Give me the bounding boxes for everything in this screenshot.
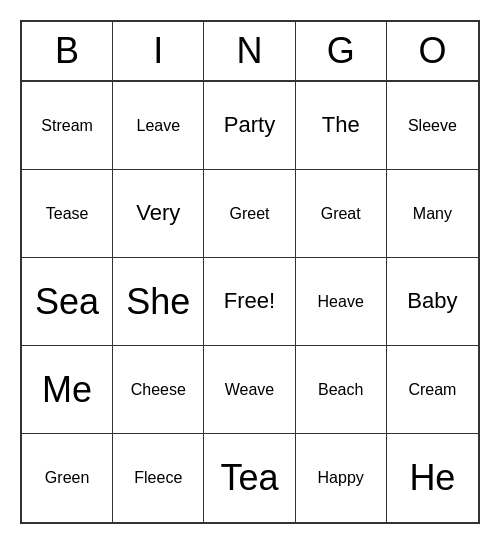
cell-text: Leave	[136, 116, 180, 135]
cell-text: Very	[136, 200, 180, 226]
bingo-cell: She	[113, 258, 204, 346]
header-letter-g: G	[296, 22, 387, 80]
bingo-cell: Free!	[204, 258, 295, 346]
bingo-cell: The	[296, 82, 387, 170]
cell-text: Stream	[41, 116, 93, 135]
bingo-cell: Green	[22, 434, 113, 522]
cell-text: He	[409, 456, 455, 499]
bingo-cell: Leave	[113, 82, 204, 170]
cell-text: Beach	[318, 380, 363, 399]
bingo-cell: Many	[387, 170, 478, 258]
bingo-cell: Tea	[204, 434, 295, 522]
bingo-cell: Stream	[22, 82, 113, 170]
header-letter-n: N	[204, 22, 295, 80]
cell-text: Cheese	[131, 380, 186, 399]
cell-text: Weave	[225, 380, 275, 399]
cell-text: She	[126, 280, 190, 323]
cell-text: Cream	[408, 380, 456, 399]
bingo-cell: Sea	[22, 258, 113, 346]
bingo-cell: Sleeve	[387, 82, 478, 170]
cell-text: Tease	[46, 204, 89, 223]
cell-text: The	[322, 112, 360, 138]
bingo-cell: Party	[204, 82, 295, 170]
header-letter-o: O	[387, 22, 478, 80]
bingo-cell: Me	[22, 346, 113, 434]
cell-text: Party	[224, 112, 275, 138]
cell-text: Sleeve	[408, 116, 457, 135]
bingo-cell: Baby	[387, 258, 478, 346]
cell-text: Baby	[407, 288, 457, 314]
bingo-cell: He	[387, 434, 478, 522]
cell-text: Sea	[35, 280, 99, 323]
header-letter-b: B	[22, 22, 113, 80]
bingo-header: BINGO	[22, 22, 478, 82]
cell-text: Happy	[318, 468, 364, 487]
bingo-cell: Weave	[204, 346, 295, 434]
bingo-cell: Great	[296, 170, 387, 258]
bingo-cell: Greet	[204, 170, 295, 258]
cell-text: Tea	[220, 456, 278, 499]
bingo-cell: Heave	[296, 258, 387, 346]
cell-text: Many	[413, 204, 452, 223]
cell-text: Green	[45, 468, 89, 487]
cell-text: Heave	[318, 292, 364, 311]
bingo-cell: Cheese	[113, 346, 204, 434]
cell-text: Fleece	[134, 468, 182, 487]
bingo-cell: Happy	[296, 434, 387, 522]
bingo-cell: Tease	[22, 170, 113, 258]
cell-text: Great	[321, 204, 361, 223]
bingo-cell: Beach	[296, 346, 387, 434]
bingo-cell: Cream	[387, 346, 478, 434]
bingo-grid: StreamLeavePartyTheSleeveTeaseVeryGreetG…	[22, 82, 478, 522]
cell-text: Free!	[224, 288, 275, 314]
bingo-cell: Very	[113, 170, 204, 258]
cell-text: Greet	[229, 204, 269, 223]
cell-text: Me	[42, 368, 92, 411]
header-letter-i: I	[113, 22, 204, 80]
bingo-card: BINGO StreamLeavePartyTheSleeveTeaseVery…	[20, 20, 480, 524]
bingo-cell: Fleece	[113, 434, 204, 522]
